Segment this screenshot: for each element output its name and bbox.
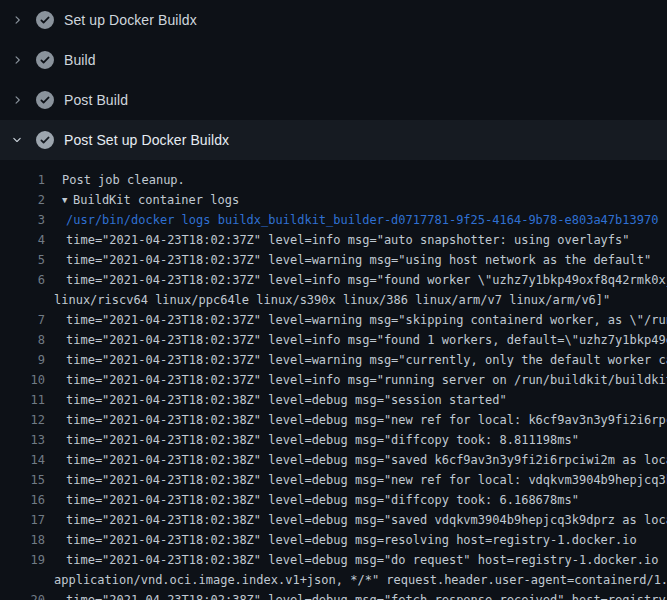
line-number[interactable]: 14 [0,450,45,470]
log-text: Post job cleanup. [62,170,185,190]
chevron-down-icon[interactable] [11,134,23,146]
chevron-right-icon[interactable] [11,54,23,66]
log-area: 1Post job cleanup.2▼BuildKit container l… [0,160,667,600]
chevron-right-icon[interactable] [11,14,23,26]
line-number[interactable]: 7 [0,310,45,330]
line-number[interactable]: 13 [0,430,45,450]
line-number[interactable]: 11 [0,390,45,410]
line-number[interactable]: 2 [0,190,45,210]
step-header-post-build[interactable]: Post Build [0,80,667,120]
log-line: 15time="2021-04-23T18:02:38Z" level=debu… [0,470,667,490]
line-number[interactable]: 10 [0,370,45,390]
line-number[interactable]: 4 [0,230,45,250]
log-text: time="2021-04-23T18:02:38Z" level=debug … [66,410,667,430]
log-line: 4time="2021-04-23T18:02:37Z" level=info … [0,230,667,250]
line-number[interactable]: 20 [0,590,45,600]
log-line: 2▼BuildKit container logs [0,190,667,210]
log-line: 13time="2021-04-23T18:02:38Z" level=debu… [0,430,667,450]
log-text: time="2021-04-23T18:02:38Z" level=debug … [66,430,579,450]
log-line: 6time="2021-04-23T18:02:37Z" level=info … [0,270,667,290]
log-line: 10time="2021-04-23T18:02:37Z" level=info… [0,370,667,390]
check-circle-icon [36,11,54,29]
log-text: time="2021-04-23T18:02:37Z" level=warnin… [66,350,667,370]
check-circle-icon [36,91,54,109]
log-line: 12time="2021-04-23T18:02:38Z" level=debu… [0,410,667,430]
line-number[interactable]: 6 [0,270,45,290]
log-line: 14time="2021-04-23T18:02:38Z" level=debu… [0,450,667,470]
step-label: Post Set up Docker Buildx [64,132,229,148]
log-text: time="2021-04-23T18:02:38Z" level=debug … [66,510,667,530]
log-text: time="2021-04-23T18:02:38Z" level=debug … [66,550,667,570]
step-label: Set up Docker Buildx [64,12,197,28]
log-text: BuildKit container logs [73,190,239,210]
step-label: Build [64,52,96,68]
step-header-post-set-up-docker-buildx[interactable]: Post Set up Docker Buildx [0,120,667,160]
step-label: Post Build [64,92,128,108]
log-line-continuation: linux/riscv64 linux/ppc64le linux/s390x … [0,290,667,310]
line-number[interactable]: 9 [0,350,45,370]
check-circle-icon [36,51,54,69]
line-number[interactable]: 18 [0,530,45,550]
log-text: time="2021-04-23T18:02:37Z" level=info m… [66,270,667,290]
line-number[interactable]: 15 [0,470,45,490]
log-text: time="2021-04-23T18:02:38Z" level=debug … [66,470,667,490]
log-text: linux/riscv64 linux/ppc64le linux/s390x … [54,290,610,310]
line-number[interactable]: 17 [0,510,45,530]
actions-log-viewer: Set up Docker BuildxBuildPost BuildPost … [0,0,667,600]
log-text: time="2021-04-23T18:02:37Z" level=warnin… [66,250,651,270]
log-text: time="2021-04-23T18:02:37Z" level=info m… [66,330,667,350]
line-number[interactable]: 16 [0,490,45,510]
log-line: 11time="2021-04-23T18:02:38Z" level=debu… [0,390,667,410]
log-line: 7time="2021-04-23T18:02:37Z" level=warni… [0,310,667,330]
log-text: time="2021-04-23T18:02:37Z" level=info m… [66,230,630,250]
log-text: time="2021-04-23T18:02:37Z" level=info m… [66,370,667,390]
step-header-set-up-docker-buildx[interactable]: Set up Docker Buildx [0,0,667,40]
log-line: 5time="2021-04-23T18:02:37Z" level=warni… [0,250,667,270]
log-line: 1Post job cleanup. [0,170,667,190]
log-line: 17time="2021-04-23T18:02:38Z" level=debu… [0,510,667,530]
line-number[interactable]: 5 [0,250,45,270]
log-line: 20time="2021-04-23T18:02:38Z" level=debu… [0,590,667,600]
step-header-build[interactable]: Build [0,40,667,80]
log-text: time="2021-04-23T18:02:38Z" level=debug … [66,490,579,510]
check-circle-icon [36,131,54,149]
log-text: time="2021-04-23T18:02:38Z" level=debug … [66,530,637,550]
log-line: 8time="2021-04-23T18:02:37Z" level=info … [0,330,667,350]
line-number[interactable]: 8 [0,330,45,350]
log-command-text: /usr/bin/docker logs buildx_buildkit_bui… [66,210,658,230]
log-text: time="2021-04-23T18:02:38Z" level=debug … [66,590,667,600]
log-line: 18time="2021-04-23T18:02:38Z" level=debu… [0,530,667,550]
log-line: 16time="2021-04-23T18:02:38Z" level=debu… [0,490,667,510]
group-collapse-triangle-icon[interactable]: ▼ [62,190,73,210]
chevron-right-icon[interactable] [11,94,23,106]
log-line: 3/usr/bin/docker logs buildx_buildkit_bu… [0,210,667,230]
log-text: application/vnd.oci.image.index.v1+json,… [54,570,667,590]
log-line: 9time="2021-04-23T18:02:37Z" level=warni… [0,350,667,370]
log-line-continuation: application/vnd.oci.image.index.v1+json,… [0,570,667,590]
log-line: 19time="2021-04-23T18:02:38Z" level=debu… [0,550,667,570]
line-number[interactable]: 19 [0,550,45,570]
line-number[interactable]: 1 [0,170,45,190]
line-number[interactable]: 12 [0,410,45,430]
log-text: time="2021-04-23T18:02:37Z" level=warnin… [66,310,667,330]
log-text: time="2021-04-23T18:02:38Z" level=debug … [66,390,507,410]
steps-list: Set up Docker BuildxBuildPost BuildPost … [0,0,667,160]
log-text: time="2021-04-23T18:02:38Z" level=debug … [66,450,667,470]
line-number[interactable]: 3 [0,210,45,230]
